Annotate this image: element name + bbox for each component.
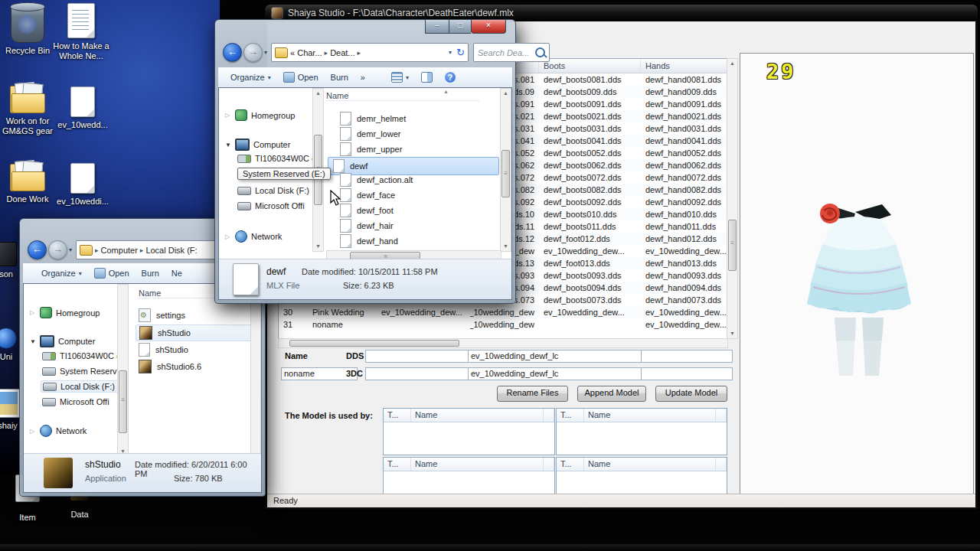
back-button[interactable]: ← xyxy=(223,43,242,62)
sidebar-item-computer[interactable]: ▼ Computer xyxy=(30,335,95,347)
organize-menu[interactable]: Organize▾ xyxy=(230,73,271,82)
breadcrumb-computer[interactable]: Computer xyxy=(101,246,138,255)
desktop-icon-done-work[interactable]: Done Work xyxy=(0,161,57,204)
help-button[interactable]: ? xyxy=(445,72,456,83)
command-toolbar: Organize▾ Open Burn » ▾ ? xyxy=(218,67,512,88)
breadcrumb-deatheater[interactable]: Deat... xyxy=(330,48,354,57)
back-button[interactable]: ← xyxy=(28,240,47,259)
sidebar-item-drive-c[interactable]: TI106034W0C ( xyxy=(42,351,119,360)
close-button[interactable]: ✕ xyxy=(471,20,506,34)
tdc-input-2[interactable]: ev_10wedding_dewf_lc xyxy=(468,367,642,380)
minimize-button[interactable]: – xyxy=(425,20,449,34)
sidebar-item-local-disk-f[interactable]: Local Disk (F:) xyxy=(237,186,309,195)
file-dewf-face[interactable]: dewf_face xyxy=(340,188,395,202)
scrollbar-thumb[interactable]: ≡ xyxy=(728,220,737,271)
address-bar[interactable]: « Char... ▸ Deat... ▸ ▾ ↻ xyxy=(271,43,469,62)
used-by-table-1[interactable]: T...Name xyxy=(383,408,555,455)
sidebar-item-microsoft-office[interactable]: Microsoft Offi xyxy=(42,397,109,406)
tdc-input-1[interactable] xyxy=(365,367,469,380)
forward-button[interactable]: → xyxy=(48,240,67,259)
file-shstudio[interactable]: shStudio xyxy=(139,343,188,357)
update-model-button[interactable]: Update Model xyxy=(655,386,727,402)
sidebar-item-computer[interactable]: ▼ Computer xyxy=(225,139,290,151)
desktop-icon-ev10weddi[interactable]: ev_10weddi... xyxy=(54,163,112,207)
sidebar-item-homegroup[interactable]: ▷ Homegroup xyxy=(225,109,295,121)
rename-files-button[interactable]: Rename Files xyxy=(497,386,568,402)
breadcrumb-local-disk[interactable]: Local Disk (F: xyxy=(145,246,197,255)
expander-icon[interactable]: ▷ xyxy=(225,233,231,240)
sidebar-item-microsoft-office[interactable]: Microsoft Offi xyxy=(237,201,305,210)
tdc-input-3[interactable] xyxy=(641,367,733,380)
file-demr-helmet[interactable]: demr_helmet xyxy=(340,112,406,126)
dds-input-3[interactable] xyxy=(641,350,733,363)
used-by-table-2[interactable]: T...Name xyxy=(556,408,727,455)
desktop-icon-recycle-bin[interactable]: Recycle Bin xyxy=(0,5,57,56)
expander-icon[interactable]: ▼ xyxy=(30,338,36,345)
used-by-table-4[interactable]: T...Name xyxy=(556,457,727,494)
file-settings[interactable]: settings xyxy=(139,308,185,322)
model-preview-panel[interactable]: 29 xyxy=(740,53,974,496)
open-button[interactable]: Open xyxy=(283,72,318,83)
address-dropdown-icon[interactable]: ▾ xyxy=(449,49,452,56)
col-type: T... xyxy=(557,458,584,471)
dds-input-2[interactable]: ev_10wedding_dewf_lc xyxy=(468,350,642,363)
scroll-down-arrow[interactable]: ▼ xyxy=(727,329,737,338)
scrollbar-thumb[interactable]: ≡ xyxy=(119,370,127,433)
maximize-button[interactable]: ▢ xyxy=(449,20,471,34)
file-demr-lower[interactable]: demr_lower xyxy=(340,127,400,141)
organize-menu[interactable]: Organize▾ xyxy=(41,269,82,278)
table-horizontal-scrollbar[interactable] xyxy=(278,338,728,348)
refresh-icon[interactable]: ↻ xyxy=(456,47,465,58)
table-vertical-scrollbar[interactable]: ▲ ≡ ▼ xyxy=(727,58,738,339)
append-model-button[interactable]: Append Model xyxy=(577,386,646,402)
file-dewf-action-alt[interactable]: dewf_action.alt xyxy=(340,173,413,187)
table-row[interactable]: 30 Pink Wedding ev_10wedding_dew... ev_1… xyxy=(279,306,727,318)
burn-button[interactable]: Burn xyxy=(331,73,348,82)
file-shstudio66[interactable]: shStudio6.6 xyxy=(139,360,201,373)
history-dropdown-icon[interactable]: ▾ xyxy=(69,246,72,253)
scroll-up-arrow[interactable]: ▲ xyxy=(727,59,737,68)
file-demr-upper[interactable]: demr_upper xyxy=(340,142,402,156)
sidebar-item-network[interactable]: ▷ Network xyxy=(225,230,282,243)
more-commands-chevron[interactable]: » xyxy=(361,73,365,82)
preview-pane-button[interactable] xyxy=(421,72,433,83)
views-button[interactable]: ▾ xyxy=(391,72,409,83)
desktop-icon-how-to-make[interactable]: How to Make a Whole Ne... xyxy=(52,3,110,61)
file-shstudio-exe[interactable]: shStudio xyxy=(136,324,258,341)
scroll-up-arrow[interactable]: ▲ xyxy=(501,89,511,98)
sidebar-item-network[interactable]: ▷ Network xyxy=(30,425,87,437)
dds-input-1[interactable] xyxy=(365,350,469,363)
file-dewf-hand[interactable]: dewf_hand xyxy=(340,234,398,248)
scroll-down-arrow[interactable]: ▼ xyxy=(501,242,511,251)
filelist-vertical-scrollbar[interactable]: ▲ ≡ ▼ xyxy=(500,88,511,252)
sidebar-item-system-reserved[interactable]: System Reserv xyxy=(42,367,117,376)
new-folder-button[interactable]: Ne xyxy=(172,269,182,278)
scroll-up-arrow[interactable]: ▲ xyxy=(313,89,323,98)
used-by-table-3[interactable]: T...Name xyxy=(383,457,555,494)
breadcrumb-character[interactable]: « Char... xyxy=(290,48,322,57)
expander-icon[interactable]: ▷ xyxy=(225,112,231,119)
open-button[interactable]: Open xyxy=(94,268,129,279)
file-dewf-foot[interactable]: dewf_foot xyxy=(340,204,394,217)
table-row[interactable]: 31 noname ev_10wedding_dew... ev_10weddi… xyxy=(279,318,727,331)
scroll-down-arrow[interactable]: ▼ xyxy=(313,242,323,251)
burn-button[interactable]: Burn xyxy=(142,269,159,278)
sidebar-item-local-disk-f[interactable]: Local Disk (F:) xyxy=(41,380,120,393)
col-name: Name xyxy=(411,409,544,422)
desktop-icon-ev10wedd[interactable]: ev_10wedd... xyxy=(54,86,112,130)
name-column-header[interactable]: Name ▲ xyxy=(326,91,479,101)
sidebar-item-drive-c[interactable]: TI106034W0C ( xyxy=(237,154,315,163)
expander-icon[interactable]: ▷ xyxy=(30,309,36,316)
filelist-scrollbar[interactable] xyxy=(250,284,261,457)
scrollbar-thumb[interactable] xyxy=(289,340,459,347)
expander-icon[interactable]: ▼ xyxy=(225,142,231,148)
sidebar-item-homegroup[interactable]: ▷ Homegroup xyxy=(30,307,100,318)
sidebar-scrollbar[interactable]: ≡ ▼ xyxy=(117,284,129,457)
forward-button[interactable]: → xyxy=(243,43,263,62)
history-dropdown-icon[interactable]: ▾ xyxy=(264,49,267,56)
search-box[interactable]: Search Dea... xyxy=(473,43,550,62)
scrollbar-thumb[interactable]: ≡ xyxy=(501,150,510,197)
expander-icon[interactable]: ▷ xyxy=(30,428,36,435)
homegroup-icon xyxy=(235,109,247,121)
desktop-icon-work-on-for[interactable]: Work on for GM&GS gear xyxy=(0,83,57,136)
